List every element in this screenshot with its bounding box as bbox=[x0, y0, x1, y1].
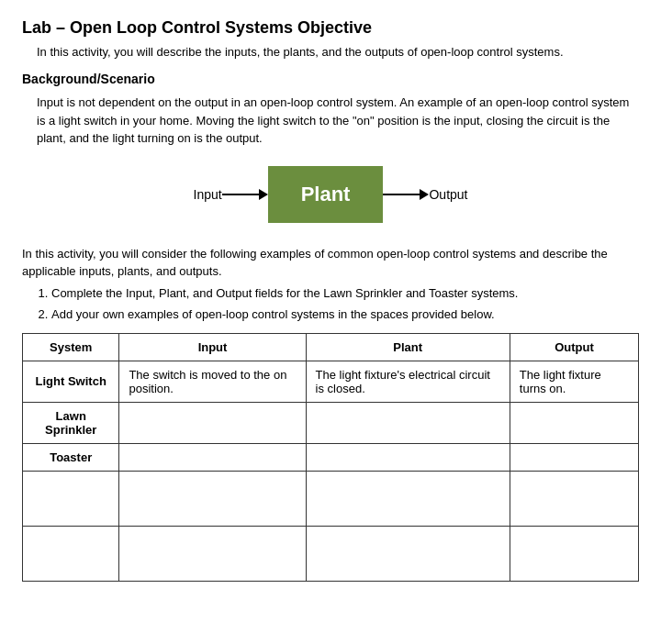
row-3-output[interactable] bbox=[510, 443, 638, 471]
row-5-input[interactable] bbox=[119, 526, 306, 581]
row-4-plant[interactable] bbox=[306, 471, 510, 526]
row-2-plant[interactable] bbox=[306, 402, 510, 443]
table-header-row: System Input Plant Output bbox=[23, 333, 639, 361]
control-systems-table: System Input Plant Output Light Switch T… bbox=[22, 333, 639, 582]
input-arrow bbox=[222, 189, 268, 200]
output-arrow bbox=[383, 189, 429, 200]
row-5-system[interactable] bbox=[23, 526, 119, 581]
plant-box: Plant bbox=[268, 166, 384, 223]
diagram-input-label: Input bbox=[194, 187, 222, 202]
background-text: Input is not dependent on the output in … bbox=[37, 94, 639, 148]
row-3-input[interactable] bbox=[119, 443, 306, 471]
diagram-output-label: Output bbox=[429, 187, 467, 202]
instructions-section: In this activity, you will consider the … bbox=[22, 245, 639, 324]
row-4-output[interactable] bbox=[510, 471, 638, 526]
row-1-plant: The light fixture's electrical circuit i… bbox=[306, 361, 510, 402]
row-4-input[interactable] bbox=[119, 471, 306, 526]
row-2-input[interactable] bbox=[119, 402, 306, 443]
instruction-2: Add your own examples of open-loop contr… bbox=[51, 305, 639, 324]
instruction-1: Complete the Input, Plant, and Output fi… bbox=[51, 284, 639, 303]
col-system: System bbox=[23, 333, 119, 361]
row-5-output[interactable] bbox=[510, 526, 638, 581]
row-2-output[interactable] bbox=[510, 402, 638, 443]
col-plant: Plant bbox=[306, 333, 510, 361]
table-row: Light Switch The switch is moved to the … bbox=[23, 361, 639, 402]
section-title: Background/Scenario bbox=[22, 72, 639, 86]
row-3-system: Toaster bbox=[23, 443, 119, 471]
col-output: Output bbox=[510, 333, 638, 361]
row-5-plant[interactable] bbox=[306, 526, 510, 581]
row-1-input: The switch is moved to the on position. bbox=[119, 361, 306, 402]
table-row bbox=[23, 526, 639, 581]
page-title: Lab – Open Loop Control Systems Objectiv… bbox=[22, 18, 639, 38]
table-row: Lawn Sprinkler bbox=[23, 402, 639, 443]
instructions-intro: In this activity, you will consider the … bbox=[22, 245, 639, 281]
row-2-system: Lawn Sprinkler bbox=[23, 402, 119, 443]
diagram: Input Plant Output bbox=[22, 166, 639, 223]
row-4-system[interactable] bbox=[23, 471, 119, 526]
col-input: Input bbox=[119, 333, 306, 361]
table-row: Toaster bbox=[23, 443, 639, 471]
row-3-plant[interactable] bbox=[306, 443, 510, 471]
row-1-system: Light Switch bbox=[23, 361, 119, 402]
table-row bbox=[23, 471, 639, 526]
row-1-output: The light fixture turns on. bbox=[510, 361, 638, 402]
instructions-list: Complete the Input, Plant, and Output fi… bbox=[51, 284, 639, 324]
page-subtitle: In this activity, you will describe the … bbox=[37, 45, 639, 59]
